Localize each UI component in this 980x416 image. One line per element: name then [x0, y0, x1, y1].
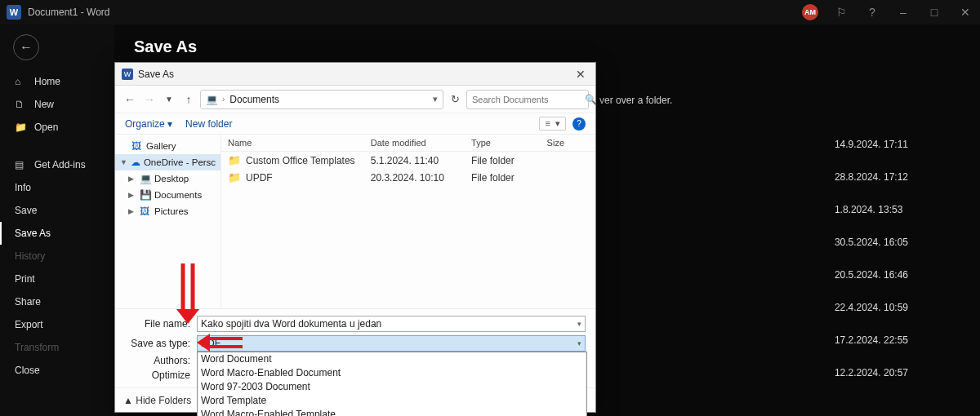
search-input[interactable] [472, 95, 585, 104]
col-header-type[interactable]: Type [471, 138, 547, 148]
nav-back-button[interactable]: ← [122, 93, 138, 106]
nav-recent-button[interactable]: ▼ [161, 95, 177, 104]
column-header-row: Name Date modified Type Size [221, 135, 595, 152]
dropdown-option[interactable]: Word Macro-Enabled Document [198, 366, 586, 380]
user-avatar[interactable]: AM [802, 4, 818, 20]
refresh-button[interactable]: ↻ [447, 93, 463, 105]
pictures-icon: 🖼 [140, 206, 151, 217]
sidebar-label: New [34, 99, 54, 110]
page-title: Save As [134, 38, 960, 56]
open-icon: 📁 [15, 122, 26, 133]
saveas-type-select[interactable]: PDF▾ [197, 335, 586, 352]
search-box[interactable]: 🔍 [466, 90, 589, 109]
new-folder-button[interactable]: New folder [185, 118, 232, 130]
dropdown-option[interactable]: Word 97-2003 Document [198, 380, 586, 394]
file-list: Name Date modified Type Size 📁Custom Off… [221, 135, 595, 308]
recent-date: 22.4.2024. 10:59 [835, 302, 908, 313]
folder-tree: 🖼Gallery ▼☁OneDrive - Persc ▶💻Desktop ▶💾… [115, 135, 221, 308]
folder-icon: 💻 [206, 94, 217, 105]
dialog-close-button[interactable]: ✕ [572, 68, 589, 81]
authors-label: Authors: [125, 355, 190, 366]
document-title: Document1 - Word [28, 7, 109, 18]
sidebar-item-open[interactable]: 📁Open [0, 116, 114, 139]
tree-item-documents[interactable]: ▶💾Documents [115, 187, 220, 203]
sidebar-item-info[interactable]: Info [0, 176, 114, 199]
sidebar-item-saveas[interactable]: Save As [0, 222, 114, 245]
search-icon[interactable]: 🔍 [585, 94, 597, 105]
sidebar-item-save[interactable]: Save [0, 199, 114, 222]
disk-icon: 💾 [140, 189, 151, 201]
sidebar-label: Export [15, 319, 43, 330]
dropdown-option[interactable]: Word Document [198, 352, 586, 366]
tree-item-desktop[interactable]: ▶💻Desktop [115, 170, 220, 187]
home-icon: ⌂ [15, 76, 26, 87]
sidebar-label: Print [15, 273, 35, 285]
chevron-down-icon[interactable]: ▾ [433, 94, 438, 104]
close-window-button[interactable]: ✕ [957, 6, 973, 19]
dropdown-option[interactable]: Word Macro-Enabled Template [198, 408, 586, 416]
col-header-date[interactable]: Date modified [371, 138, 471, 148]
file-row[interactable]: 📁UPDF 20.3.2024. 10:10 File folder [221, 169, 595, 186]
sidebar-label: Open [34, 122, 58, 133]
saveas-type-label: Save as type: [125, 338, 190, 349]
file-row[interactable]: 📁Custom Office Templates 5.1.2024. 11:40… [221, 152, 595, 169]
dialog-titlebar: W Save As ✕ [115, 63, 595, 86]
desktop-icon: 💻 [140, 173, 151, 184]
back-button[interactable]: ← [13, 34, 39, 60]
col-header-name[interactable]: Name [228, 138, 371, 148]
folder-icon: 📁 [228, 154, 241, 166]
sidebar-item-new[interactable]: 🗋New [0, 93, 114, 116]
sidebar-label: History [15, 250, 45, 262]
gallery-icon: 🖼 [131, 140, 143, 152]
tree-item-pictures[interactable]: ▶🖼Pictures [115, 203, 220, 219]
tree-item-gallery[interactable]: 🖼Gallery [115, 138, 220, 154]
tree-item-onedrive[interactable]: ▼☁OneDrive - Persc [115, 154, 220, 170]
collapse-icon[interactable]: ▼ [120, 158, 127, 166]
organize-button[interactable]: Organize ▾ [125, 118, 172, 130]
sidebar-item-print[interactable]: Print [0, 268, 114, 290]
view-toggle-button[interactable]: ≡ ▾ [539, 117, 566, 131]
recent-date: 1.8.2024. 13:53 [835, 204, 908, 215]
sidebar-item-share[interactable]: Share [0, 290, 114, 313]
address-bar[interactable]: 💻 › Documents ▾ [200, 90, 443, 109]
sidebar-item-close[interactable]: Close [0, 359, 114, 382]
path-segment[interactable]: Documents [229, 94, 279, 105]
sidebar-label: Save [15, 205, 37, 216]
cloud-icon: ☁ [131, 157, 140, 168]
addins-icon: ▤ [15, 159, 26, 170]
help-icon[interactable]: ? [864, 6, 880, 19]
saveas-dialog: W Save As ✕ ← → ▼ ↑ 💻 › Documents ▾ ↻ 🔍 [114, 62, 596, 413]
recent-date: 30.5.2024. 16:05 [835, 237, 908, 248]
sidebar-item-export[interactable]: Export [0, 313, 114, 336]
expand-icon[interactable]: ▶ [128, 207, 136, 215]
dropdown-option[interactable]: Word Template [198, 394, 586, 408]
restore-button[interactable]: □ [926, 6, 942, 19]
backstage-content: Save As ver over a folder. 14.9.2024. 17… [114, 24, 980, 416]
nav-forward-button[interactable]: → [141, 93, 158, 106]
sidebar-item-addins[interactable]: ▤Get Add-ins [0, 153, 114, 176]
backstage-sidebar: ← ⌂Home 🗋New 📁Open ▤Get Add-ins Info Sav… [0, 24, 114, 416]
dialog-toolbar: Organize ▾ New folder ≡ ▾ ? [115, 113, 595, 135]
chevron-down-icon[interactable]: ▾ [577, 339, 581, 347]
nav-up-button[interactable]: ↑ [180, 93, 197, 106]
sidebar-item-transform: Transform [0, 336, 114, 359]
sidebar-label: Close [15, 365, 40, 376]
recent-date: 28.8.2024. 17:12 [835, 171, 908, 183]
hide-folders-button[interactable]: ▲ Hide Folders [123, 395, 191, 406]
sidebar-item-home[interactable]: ⌂Home [0, 70, 114, 93]
titlebar: W Document1 - Word AM ⚐ ? – □ ✕ [0, 0, 980, 24]
expand-icon[interactable]: ▶ [128, 175, 136, 183]
saveas-type-dropdown[interactable]: Word DocumentWord Macro-Enabled Document… [197, 352, 587, 416]
feedback-icon[interactable]: ⚐ [833, 6, 849, 19]
folder-icon: 📁 [228, 171, 241, 184]
sidebar-item-history: History [0, 245, 114, 268]
expand-icon[interactable]: ▶ [128, 191, 136, 199]
col-header-size[interactable]: Size [547, 138, 589, 148]
minimize-button[interactable]: – [895, 6, 911, 19]
filename-label: File name: [125, 318, 190, 330]
sidebar-label: Info [15, 182, 31, 193]
chevron-down-icon[interactable]: ▾ [577, 320, 581, 328]
help-button[interactable]: ? [572, 117, 586, 131]
new-icon: 🗋 [15, 99, 26, 110]
filename-input[interactable]: Kako spojiti dva Word dokumenta u jedan▾ [197, 316, 586, 332]
